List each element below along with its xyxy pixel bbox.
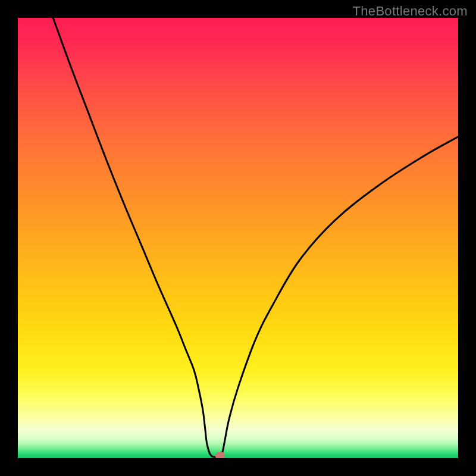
optimum-marker [215,452,225,458]
curve-svg [18,18,458,458]
bottleneck-curve [53,18,458,457]
chart-container: TheBottleneck.com [0,0,476,476]
plot-area [18,18,458,458]
watermark-text: TheBottleneck.com [353,4,468,19]
